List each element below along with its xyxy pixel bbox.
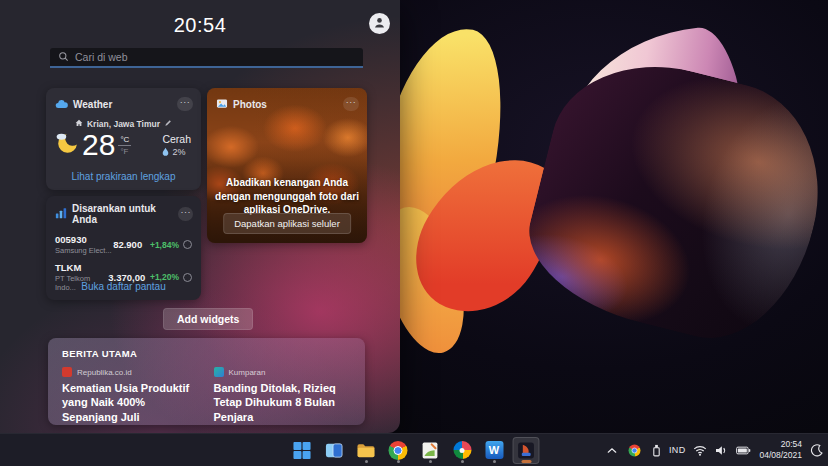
document-editor-icon [421, 441, 440, 460]
search-icon [58, 48, 69, 66]
stocks-widget: Disarankan untuk Anda ··· 005930 Samsung… [46, 196, 201, 300]
start-icon [293, 441, 312, 460]
tray-time: 20:54 [759, 439, 802, 450]
task-view-icon [325, 441, 344, 460]
weather-location-row[interactable]: Krian, Jawa Timur [46, 119, 201, 129]
profile-button[interactable] [369, 13, 390, 34]
photos-widget-title: Photos [233, 99, 267, 110]
photos-app-button[interactable] [449, 437, 476, 464]
taskbar: W IND [0, 433, 828, 466]
chrome-tray-icon[interactable] [629, 444, 641, 456]
weather-widget-title: Weather [73, 99, 112, 110]
stock-row[interactable]: 005930 Samsung Elect... 82.900 +1,84% [55, 234, 192, 255]
word-button[interactable]: W [481, 437, 508, 464]
republika-source-icon [62, 367, 72, 377]
panel-clock: 20:54 [0, 14, 400, 37]
search-bar[interactable] [50, 48, 363, 68]
news-headline[interactable]: Banding Ditolak, Rizieq Tetap Dihukum 8 … [214, 381, 352, 424]
stocks-widget-title: Disarankan untuk Anda [72, 203, 173, 225]
news-article[interactable]: Kumparan Banding Ditolak, Rizieq Tetap D… [214, 367, 352, 424]
more-options-icon[interactable]: ··· [343, 97, 359, 111]
stock-symbol: 005930 [55, 234, 113, 245]
stock-company: Samsung Elect... [55, 246, 113, 255]
chrome-button[interactable] [385, 437, 412, 464]
add-widgets-button[interactable]: Add widgets [163, 308, 253, 330]
weather-current: 28 °C °F Cerah 2% [46, 129, 201, 160]
active-app-indicator [521, 460, 531, 463]
news-source: Kumparan [229, 368, 266, 377]
search-input[interactable] [75, 51, 355, 63]
focus-assist-icon[interactable] [810, 444, 823, 457]
unit-fahrenheit[interactable]: °F [118, 146, 131, 156]
wallpaper-ribbon-body [513, 42, 828, 357]
running-indicator [461, 460, 464, 463]
system-tray: IND 20:54 04/08/2021 [607, 434, 823, 466]
photos-message: Abadikan kenangan Anda dengan mengunggah… [215, 176, 359, 217]
widgets-button[interactable] [513, 437, 540, 464]
document-editor-button[interactable] [417, 437, 444, 464]
chrome-icon [389, 441, 408, 460]
stock-symbol: TLKM [55, 262, 108, 273]
top-news-widget: BERITA UTAMA Republika.co.id Kematian Us… [48, 338, 365, 425]
more-options-icon[interactable]: ··· [178, 207, 193, 221]
unit-celsius[interactable]: °C [118, 135, 131, 146]
photos-widget-icon [216, 95, 228, 113]
news-source: Republika.co.id [77, 368, 132, 377]
temperature-value: 28 [82, 130, 115, 160]
language-indicator[interactable]: IND [669, 445, 685, 455]
stock-change: +1,84% [142, 240, 179, 250]
hidden-icons-chevron[interactable] [607, 447, 617, 454]
running-indicator [397, 460, 400, 463]
widgets-button-icon [517, 441, 536, 460]
running-indicator [493, 460, 496, 463]
volume-icon[interactable] [715, 445, 728, 456]
news-article[interactable]: Republika.co.id Kematian Usia Produktif … [62, 367, 200, 424]
more-options-icon[interactable]: ··· [177, 97, 193, 111]
night-partly-cloudy-icon [55, 131, 80, 160]
taskbar-center-icons: W [289, 434, 540, 466]
word-icon: W [485, 441, 503, 459]
watchlist-circle-icon[interactable] [183, 240, 192, 249]
humidity-icon [162, 147, 169, 158]
kumparan-source-icon [214, 367, 224, 377]
news-header: BERITA UTAMA [48, 338, 365, 359]
weather-widget: Weather ··· Krian, Jawa Timur 28 °C [46, 88, 201, 190]
weather-condition: Cerah [162, 133, 191, 145]
precipitation-value: 2% [172, 147, 185, 157]
news-headline[interactable]: Kematian Usia Produktif yang Naik 400% S… [62, 381, 200, 424]
photos-widget: Photos ··· Abadikan kenangan Anda dengan… [207, 88, 367, 243]
stocks-widget-icon [55, 205, 67, 223]
weather-forecast-link[interactable]: Lihat prakiraan lengkap [46, 171, 201, 182]
running-indicator [365, 460, 368, 463]
desktop: 20:54 Weather ··· [0, 0, 828, 466]
weather-widget-icon [55, 95, 68, 113]
tray-date: 04/08/2021 [759, 450, 802, 461]
battery-icon[interactable] [736, 446, 751, 455]
task-view-button[interactable] [321, 437, 348, 464]
wifi-icon[interactable] [693, 445, 707, 456]
running-indicator [429, 460, 432, 463]
taskbar-clock[interactable]: 20:54 04/08/2021 [759, 439, 802, 461]
photos-app-icon [453, 441, 471, 459]
get-mobile-app-button[interactable]: Dapatkan aplikasi seluler [223, 213, 351, 234]
edit-icon [164, 119, 172, 129]
user-avatar-icon [372, 15, 387, 33]
stock-price: 82.900 [113, 239, 142, 250]
file-explorer-icon [357, 441, 376, 460]
start-button[interactable] [289, 437, 316, 464]
usb-device-icon[interactable] [652, 444, 661, 457]
widgets-panel: 20:54 Weather ··· [0, 0, 400, 433]
weather-condition-block: Cerah 2% [162, 133, 191, 158]
unit-toggle[interactable]: °C °F [118, 135, 131, 156]
file-explorer-button[interactable] [353, 437, 380, 464]
open-watchlist-link[interactable]: Buka daftar pantau [46, 281, 201, 292]
